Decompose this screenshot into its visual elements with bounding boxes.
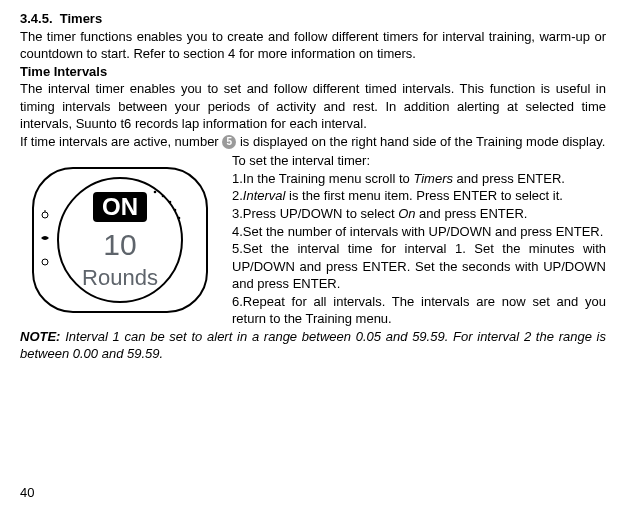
svg-point-3 xyxy=(162,195,165,198)
instr1-a: 1.In the Training menu scroll to xyxy=(232,171,413,186)
instr-4: 4.Set the number of intervals with UP/DO… xyxy=(232,223,606,241)
instr2-a: 2. xyxy=(232,188,243,203)
instr-2: 2.Interval is the first menu item. Press… xyxy=(232,187,606,205)
watch-top-text: ON xyxy=(102,193,138,220)
instr3-a: 3.Press UP/DOWN to select xyxy=(232,206,398,221)
instr2-italic: Interval xyxy=(243,188,286,203)
svg-point-4 xyxy=(169,201,172,204)
note: NOTE: Interval 1 can be set to alert in … xyxy=(20,328,606,363)
instr2-b: is the first menu item. Press ENTER to s… xyxy=(285,188,562,203)
watch-mid-text: 10 xyxy=(103,228,136,261)
instr1-italic: Timers xyxy=(413,171,453,186)
intro-paragraph: The timer functions enables you to creat… xyxy=(20,28,606,63)
instr-6: 6.Repeat for all intervals. The interval… xyxy=(232,293,606,328)
instr-5: 5.Set the interval time for interval 1. … xyxy=(232,240,606,293)
heading-title: Timers xyxy=(60,11,102,26)
instr3-italic: On xyxy=(398,206,415,221)
note-text: Interval 1 can be set to alert in a rang… xyxy=(20,329,606,362)
sub-paragraph-2: If time intervals are active, number 5 i… xyxy=(20,133,606,151)
sub-paragraph-1: The interval timer enables you to set an… xyxy=(20,80,606,133)
instr-3: 3.Press UP/DOWN to select On and press E… xyxy=(232,205,606,223)
heading-number: 3.4.5. xyxy=(20,11,53,26)
instr3-b: and press ENTER. xyxy=(416,206,528,221)
section-heading: 3.4.5. Timers xyxy=(20,10,606,28)
watch-illustration: ON 10 Rounds xyxy=(20,152,220,327)
svg-point-6 xyxy=(178,217,181,220)
note-label: NOTE: xyxy=(20,329,60,344)
page-number: 40 xyxy=(20,484,34,502)
instr1-b: and press ENTER. xyxy=(453,171,565,186)
circled-number-icon: 5 xyxy=(222,135,236,149)
instr-1: 1.In the Training menu scroll to Timers … xyxy=(232,170,606,188)
sub-para2-b: is displayed on the right hand side of t… xyxy=(236,134,605,149)
svg-point-2 xyxy=(154,191,157,194)
sub-para2-a: If time intervals are active, number xyxy=(20,134,222,149)
sub-heading: Time Intervals xyxy=(20,63,606,81)
svg-point-5 xyxy=(174,209,177,212)
instructions: To set the interval timer: 1.In the Trai… xyxy=(232,152,606,327)
instr-lead: To set the interval timer: xyxy=(232,152,606,170)
watch-bottom-text: Rounds xyxy=(82,265,158,290)
